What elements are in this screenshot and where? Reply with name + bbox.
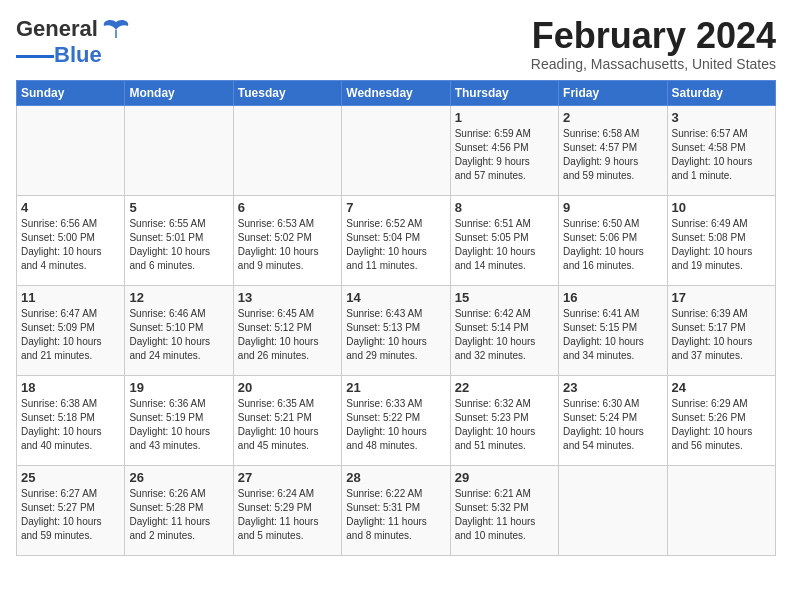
title-area: February 2024 Reading, Massachusetts, Un… [531, 16, 776, 72]
day-number: 3 [672, 110, 771, 125]
calendar-cell [559, 465, 667, 555]
calendar-cell: 17Sunrise: 6:39 AM Sunset: 5:17 PM Dayli… [667, 285, 775, 375]
day-number: 23 [563, 380, 662, 395]
day-number: 15 [455, 290, 554, 305]
day-number: 13 [238, 290, 337, 305]
calendar-cell: 25Sunrise: 6:27 AM Sunset: 5:27 PM Dayli… [17, 465, 125, 555]
weekday-header-monday: Monday [125, 80, 233, 105]
cell-content: Sunrise: 6:35 AM Sunset: 5:21 PM Dayligh… [238, 397, 337, 453]
day-number: 11 [21, 290, 120, 305]
logo-bird-icon [102, 18, 130, 40]
day-number: 19 [129, 380, 228, 395]
calendar-week-row: 25Sunrise: 6:27 AM Sunset: 5:27 PM Dayli… [17, 465, 776, 555]
day-number: 27 [238, 470, 337, 485]
day-number: 24 [672, 380, 771, 395]
day-number: 25 [21, 470, 120, 485]
calendar-cell [667, 465, 775, 555]
day-number: 14 [346, 290, 445, 305]
cell-content: Sunrise: 6:52 AM Sunset: 5:04 PM Dayligh… [346, 217, 445, 273]
day-number: 5 [129, 200, 228, 215]
calendar-cell [342, 105, 450, 195]
day-number: 18 [21, 380, 120, 395]
cell-content: Sunrise: 6:22 AM Sunset: 5:31 PM Dayligh… [346, 487, 445, 543]
calendar-cell: 13Sunrise: 6:45 AM Sunset: 5:12 PM Dayli… [233, 285, 341, 375]
day-number: 6 [238, 200, 337, 215]
cell-content: Sunrise: 6:57 AM Sunset: 4:58 PM Dayligh… [672, 127, 771, 183]
calendar-cell: 26Sunrise: 6:26 AM Sunset: 5:28 PM Dayli… [125, 465, 233, 555]
cell-content: Sunrise: 6:26 AM Sunset: 5:28 PM Dayligh… [129, 487, 228, 543]
calendar-cell: 23Sunrise: 6:30 AM Sunset: 5:24 PM Dayli… [559, 375, 667, 465]
calendar-cell: 21Sunrise: 6:33 AM Sunset: 5:22 PM Dayli… [342, 375, 450, 465]
calendar-cell: 9Sunrise: 6:50 AM Sunset: 5:06 PM Daylig… [559, 195, 667, 285]
day-number: 9 [563, 200, 662, 215]
day-number: 2 [563, 110, 662, 125]
cell-content: Sunrise: 6:53 AM Sunset: 5:02 PM Dayligh… [238, 217, 337, 273]
calendar-week-row: 4Sunrise: 6:56 AM Sunset: 5:00 PM Daylig… [17, 195, 776, 285]
cell-content: Sunrise: 6:51 AM Sunset: 5:05 PM Dayligh… [455, 217, 554, 273]
day-number: 28 [346, 470, 445, 485]
location: Reading, Massachusetts, United States [531, 56, 776, 72]
calendar-cell: 28Sunrise: 6:22 AM Sunset: 5:31 PM Dayli… [342, 465, 450, 555]
calendar-cell: 2Sunrise: 6:58 AM Sunset: 4:57 PM Daylig… [559, 105, 667, 195]
month-title: February 2024 [531, 16, 776, 56]
cell-content: Sunrise: 6:29 AM Sunset: 5:26 PM Dayligh… [672, 397, 771, 453]
calendar-cell [17, 105, 125, 195]
calendar-cell: 16Sunrise: 6:41 AM Sunset: 5:15 PM Dayli… [559, 285, 667, 375]
calendar-cell [233, 105, 341, 195]
cell-content: Sunrise: 6:45 AM Sunset: 5:12 PM Dayligh… [238, 307, 337, 363]
day-number: 17 [672, 290, 771, 305]
weekday-header-friday: Friday [559, 80, 667, 105]
cell-content: Sunrise: 6:58 AM Sunset: 4:57 PM Dayligh… [563, 127, 662, 183]
cell-content: Sunrise: 6:43 AM Sunset: 5:13 PM Dayligh… [346, 307, 445, 363]
calendar-cell: 11Sunrise: 6:47 AM Sunset: 5:09 PM Dayli… [17, 285, 125, 375]
calendar-cell: 14Sunrise: 6:43 AM Sunset: 5:13 PM Dayli… [342, 285, 450, 375]
calendar-week-row: 11Sunrise: 6:47 AM Sunset: 5:09 PM Dayli… [17, 285, 776, 375]
calendar-cell: 18Sunrise: 6:38 AM Sunset: 5:18 PM Dayli… [17, 375, 125, 465]
calendar-cell: 3Sunrise: 6:57 AM Sunset: 4:58 PM Daylig… [667, 105, 775, 195]
calendar-table: SundayMondayTuesdayWednesdayThursdayFrid… [16, 80, 776, 556]
cell-content: Sunrise: 6:56 AM Sunset: 5:00 PM Dayligh… [21, 217, 120, 273]
calendar-cell: 5Sunrise: 6:55 AM Sunset: 5:01 PM Daylig… [125, 195, 233, 285]
day-number: 7 [346, 200, 445, 215]
logo-general: General [16, 16, 98, 42]
day-number: 10 [672, 200, 771, 215]
day-number: 12 [129, 290, 228, 305]
weekday-header-wednesday: Wednesday [342, 80, 450, 105]
calendar-cell: 24Sunrise: 6:29 AM Sunset: 5:26 PM Dayli… [667, 375, 775, 465]
weekday-header-saturday: Saturday [667, 80, 775, 105]
cell-content: Sunrise: 6:38 AM Sunset: 5:18 PM Dayligh… [21, 397, 120, 453]
cell-content: Sunrise: 6:21 AM Sunset: 5:32 PM Dayligh… [455, 487, 554, 543]
calendar-week-row: 18Sunrise: 6:38 AM Sunset: 5:18 PM Dayli… [17, 375, 776, 465]
calendar-cell: 22Sunrise: 6:32 AM Sunset: 5:23 PM Dayli… [450, 375, 558, 465]
cell-content: Sunrise: 6:32 AM Sunset: 5:23 PM Dayligh… [455, 397, 554, 453]
day-number: 4 [21, 200, 120, 215]
cell-content: Sunrise: 6:30 AM Sunset: 5:24 PM Dayligh… [563, 397, 662, 453]
day-number: 29 [455, 470, 554, 485]
logo: General Blue [16, 16, 130, 68]
day-number: 1 [455, 110, 554, 125]
calendar-cell: 6Sunrise: 6:53 AM Sunset: 5:02 PM Daylig… [233, 195, 341, 285]
weekday-header-sunday: Sunday [17, 80, 125, 105]
cell-content: Sunrise: 6:42 AM Sunset: 5:14 PM Dayligh… [455, 307, 554, 363]
cell-content: Sunrise: 6:27 AM Sunset: 5:27 PM Dayligh… [21, 487, 120, 543]
cell-content: Sunrise: 6:55 AM Sunset: 5:01 PM Dayligh… [129, 217, 228, 273]
cell-content: Sunrise: 6:41 AM Sunset: 5:15 PM Dayligh… [563, 307, 662, 363]
day-number: 26 [129, 470, 228, 485]
calendar-cell: 4Sunrise: 6:56 AM Sunset: 5:00 PM Daylig… [17, 195, 125, 285]
cell-content: Sunrise: 6:36 AM Sunset: 5:19 PM Dayligh… [129, 397, 228, 453]
weekday-header-row: SundayMondayTuesdayWednesdayThursdayFrid… [17, 80, 776, 105]
calendar-cell: 7Sunrise: 6:52 AM Sunset: 5:04 PM Daylig… [342, 195, 450, 285]
day-number: 8 [455, 200, 554, 215]
cell-content: Sunrise: 6:50 AM Sunset: 5:06 PM Dayligh… [563, 217, 662, 273]
logo-blue: Blue [54, 42, 102, 68]
cell-content: Sunrise: 6:33 AM Sunset: 5:22 PM Dayligh… [346, 397, 445, 453]
cell-content: Sunrise: 6:39 AM Sunset: 5:17 PM Dayligh… [672, 307, 771, 363]
calendar-cell: 1Sunrise: 6:59 AM Sunset: 4:56 PM Daylig… [450, 105, 558, 195]
calendar-cell: 8Sunrise: 6:51 AM Sunset: 5:05 PM Daylig… [450, 195, 558, 285]
day-number: 20 [238, 380, 337, 395]
weekday-header-thursday: Thursday [450, 80, 558, 105]
day-number: 21 [346, 380, 445, 395]
cell-content: Sunrise: 6:24 AM Sunset: 5:29 PM Dayligh… [238, 487, 337, 543]
calendar-cell: 10Sunrise: 6:49 AM Sunset: 5:08 PM Dayli… [667, 195, 775, 285]
page-header: General Blue February 2024 Reading, Mass… [16, 16, 776, 72]
